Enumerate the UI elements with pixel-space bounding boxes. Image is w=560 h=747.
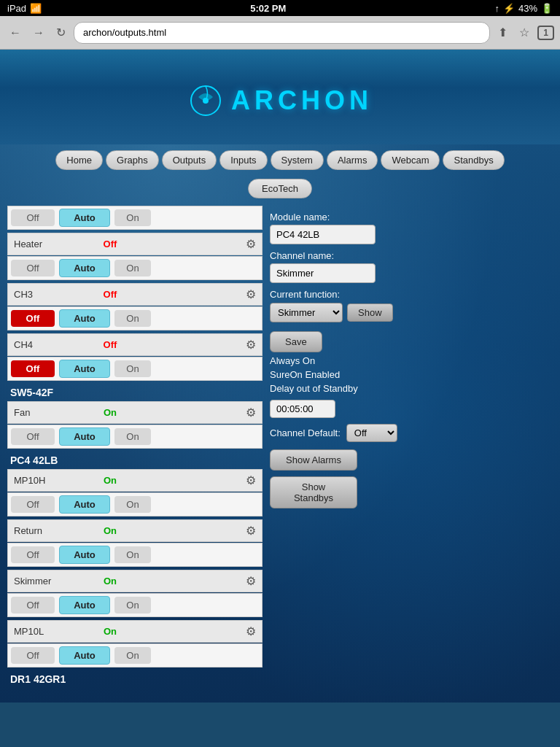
location-icon: ↑: [494, 3, 499, 14]
right-panel: Module name: Channel name: Current funct…: [262, 206, 553, 688]
toggle-off-return[interactable]: Off: [11, 546, 55, 563]
toggle-row-return: Off Auto On: [7, 543, 262, 567]
nav-system[interactable]: System: [271, 150, 324, 170]
refresh-button[interactable]: ↻: [52, 23, 69, 42]
toggle-off-fan[interactable]: Off: [11, 428, 55, 445]
show-alarms-button[interactable]: Show Alarms: [270, 449, 357, 471]
logo-icon: [187, 82, 224, 119]
toggle-row-mp10h: Off Auto On: [7, 492, 262, 516]
module-title-pc442lb: PC4 42LB: [7, 452, 262, 469]
battery-icon: 🔋: [541, 3, 553, 14]
toggle-on-mp10h[interactable]: On: [114, 496, 151, 513]
toggle-on-ch4[interactable]: On: [114, 360, 151, 377]
toggle-off-heater[interactable]: Off: [11, 260, 55, 276]
toggle-off-mp10l[interactable]: Off: [11, 647, 55, 664]
toggle-off-0[interactable]: Off: [11, 209, 55, 226]
ecotech-button[interactable]: EcoTech: [248, 179, 312, 198]
module-name-label: Module name:: [270, 212, 545, 222]
toggle-row-skimmer: Off Auto On: [7, 593, 262, 617]
channel-row-ch3: CH3 Off ⚙: [7, 283, 262, 306]
toggle-auto-mp10l[interactable]: Auto: [59, 646, 110, 665]
toggle-auto-return[interactable]: Auto: [59, 546, 110, 564]
toggle-auto-skimmer[interactable]: Auto: [59, 596, 110, 614]
left-panel: Off Auto On Heater Off ⚙ Off Auto On CH3…: [7, 206, 262, 688]
channel-row-mp10h: MP10H On ⚙: [7, 469, 262, 492]
toggle-auto-fan[interactable]: Auto: [59, 427, 110, 446]
nav-graphs[interactable]: Graphs: [106, 150, 159, 170]
forward-button[interactable]: →: [29, 24, 48, 42]
channel-name-ch3: CH3: [8, 285, 81, 303]
nav-inputs[interactable]: Inputs: [219, 150, 267, 170]
gear-icon-mp10h[interactable]: ⚙: [240, 470, 262, 491]
gear-icon-skimmer[interactable]: ⚙: [240, 570, 262, 592]
toggle-auto-mp10h[interactable]: Auto: [59, 495, 110, 514]
current-function-label: Current function:: [270, 289, 545, 300]
channel-row-mp10l: MP10L On ⚙: [7, 620, 262, 643]
toggle-auto-ch4[interactable]: Auto: [59, 360, 110, 378]
wifi-icon: 📶: [30, 3, 42, 14]
toggle-off-mp10h[interactable]: Off: [11, 496, 55, 513]
toggle-off-ch4[interactable]: Off: [11, 360, 55, 377]
nav-home[interactable]: Home: [55, 150, 103, 170]
gear-icon-mp10l[interactable]: ⚙: [240, 621, 262, 642]
toggle-row-ch4: Off Auto On: [7, 357, 262, 381]
channel-name-input[interactable]: [270, 263, 376, 283]
toggle-row-fan: Off Auto On: [7, 425, 262, 449]
nav-webcam[interactable]: Webcam: [381, 150, 440, 170]
nav-standbys[interactable]: Standbys: [443, 150, 504, 170]
back-button[interactable]: ←: [6, 24, 25, 42]
function-row: Skimmer Always On SureOn Show: [270, 303, 545, 322]
toggle-row-0: Off Auto On: [7, 206, 262, 230]
toggle-on-return[interactable]: On: [114, 546, 151, 563]
sure-on-text: SureOn Enabled: [270, 369, 545, 380]
toggle-row-heater: Off Auto On: [7, 256, 262, 280]
toggle-auto-ch3[interactable]: Auto: [59, 309, 110, 328]
browser-bar: ← → ↻ ⬆ ☆ 1: [0, 16, 560, 50]
toggle-on-0[interactable]: On: [114, 209, 151, 226]
toggle-off-ch3[interactable]: Off: [11, 310, 55, 327]
always-on-text: Always On: [270, 355, 545, 366]
toggle-on-skimmer[interactable]: On: [114, 597, 151, 614]
channel-name-mp10l: MP10L: [8, 622, 81, 640]
module-pc442lb: PC4 42LB MP10H On ⚙ Off Auto On Return O…: [7, 452, 262, 667]
gear-icon-heater[interactable]: ⚙: [240, 233, 262, 255]
time-display: 5:02 PM: [250, 3, 286, 14]
status-right: ↑ ⚡ 43% 🔋: [494, 3, 553, 14]
toggle-on-fan[interactable]: On: [114, 428, 151, 445]
gear-icon-ch3[interactable]: ⚙: [240, 284, 262, 305]
show-standbys-button[interactable]: Show Standbys: [270, 476, 357, 508]
toggle-on-ch3[interactable]: On: [114, 310, 151, 327]
toggle-on-heater[interactable]: On: [114, 260, 151, 276]
address-bar[interactable]: [74, 22, 490, 44]
channel-name-skimmer: Skimmer: [8, 572, 81, 590]
tab-count[interactable]: 1: [537, 26, 554, 40]
toggle-auto-0[interactable]: Auto: [59, 209, 110, 227]
toggle-row-ch3: Off Auto On: [7, 306, 262, 330]
nav-outputs[interactable]: Outputs: [162, 150, 217, 170]
show-function-button[interactable]: Show: [347, 303, 393, 322]
channel-status-skimmer: On: [81, 572, 139, 590]
nav-alarms[interactable]: Alarms: [327, 150, 378, 170]
delay-standby-text: Delay out of Standby: [270, 383, 545, 394]
toggle-off-skimmer[interactable]: Off: [11, 597, 55, 614]
channel-row-return: Return On ⚙: [7, 519, 262, 542]
toggle-on-mp10l[interactable]: On: [114, 647, 151, 664]
main-content: Off Auto On Heater Off ⚙ Off Auto On CH3…: [0, 206, 560, 703]
default-select[interactable]: Off On Auto: [346, 424, 397, 442]
gear-icon-return[interactable]: ⚙: [240, 520, 262, 541]
save-button[interactable]: Save: [270, 331, 322, 352]
toggle-auto-heater[interactable]: Auto: [59, 259, 110, 277]
default-row: Channel Default: Off On Auto: [270, 424, 545, 442]
bookmark-button[interactable]: ☆: [516, 23, 533, 42]
gear-icon-ch4[interactable]: ⚙: [240, 334, 262, 355]
time-input[interactable]: [270, 400, 335, 418]
channel-row-ch4: CH4 Off ⚙: [7, 333, 262, 356]
channel-row-skimmer: Skimmer On ⚙: [7, 570, 262, 592]
share-button[interactable]: ⬆: [494, 23, 511, 42]
channel-status-ch4: Off: [81, 336, 139, 354]
module-name-input[interactable]: [270, 225, 376, 244]
gear-icon-fan[interactable]: ⚙: [240, 402, 262, 423]
channel-name-fan: Fan: [8, 403, 81, 422]
status-left: iPad 📶: [7, 3, 42, 14]
function-select[interactable]: Skimmer Always On SureOn: [270, 303, 343, 322]
